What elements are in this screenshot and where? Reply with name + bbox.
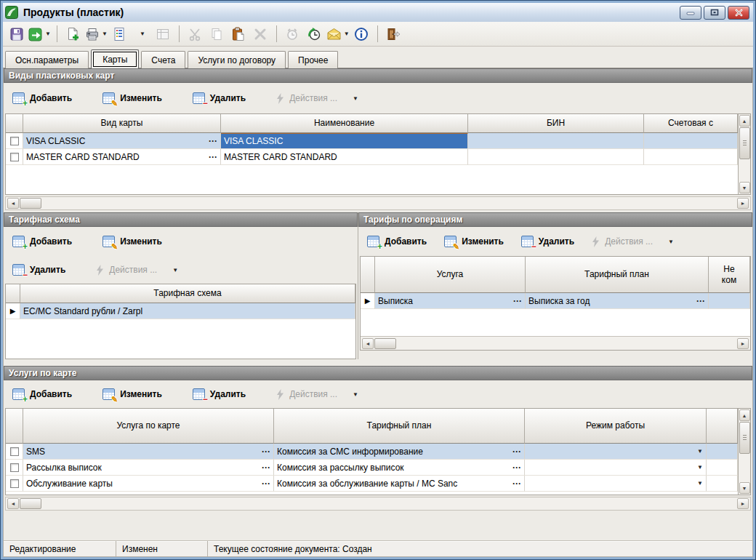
reminder-button[interactable] [283,24,302,44]
card-types-delete-button[interactable]: − Удалить [193,92,246,104]
history-button[interactable] [305,24,324,44]
cell-bin[interactable] [468,133,644,149]
actions-dropdown-caret[interactable]: ▼ [172,267,178,273]
cell-tariff-plan[interactable]: Комиссия за рассылку выписок··· [274,460,525,476]
tariff-scheme-actions-button[interactable]: Действия ... ▼ [96,265,178,276]
tariff-scheme-add-button[interactable]: + Добавить [12,236,72,247]
scrollbar-thumb[interactable] [20,198,41,209]
cell-card-type[interactable]: VISA CLASSIC··· [23,133,221,149]
delete-button[interactable] [251,24,270,44]
actions-dropdown-caret[interactable]: ▼ [353,95,358,102]
print-dropdown-caret[interactable]: ▼ [102,31,108,37]
cut-button[interactable] [185,24,205,44]
table-row[interactable]: SMS··· Комиссия за СМС информирование···… [6,444,738,460]
mail-dropdown-caret[interactable]: ▼ [344,31,350,37]
card-types-vertical-scrollbar[interactable]: ▲ ▼ [738,114,750,194]
column-header-tariff-plan[interactable]: Тарифный план [274,409,525,444]
cell-name[interactable]: MASTER CARD STANDARD [221,149,468,165]
cell-name-selected[interactable]: VISA CLASSIC [221,133,468,149]
table-view-button[interactable] [153,24,173,44]
operation-tariffs-edit-button[interactable]: ✎ Изменить [444,236,504,247]
report-button[interactable] [110,24,129,44]
column-header-truncated[interactable]: Не ком [709,257,750,293]
tab-main-params[interactable]: Осн.параметры [5,51,89,68]
close-button[interactable] [728,6,749,20]
scroll-up-button[interactable]: ▲ [739,409,750,421]
table-row[interactable]: VISA CLASSIC··· VISA CLASSIC [6,133,738,149]
column-header-tariff-scheme[interactable]: Тарифная схема [20,284,355,303]
minimize-button[interactable] [680,6,701,20]
column-header-account-scheme[interactable]: Счетовая с [644,114,738,133]
cell-tariff-plan[interactable]: Комиссия за СМС информирование··· [274,444,525,460]
cell-extra[interactable] [707,444,738,460]
column-header-service[interactable]: Услуга [375,257,526,293]
ellipsis-button[interactable]: ··· [260,479,270,488]
save-button[interactable] [7,24,26,44]
tab-accounts[interactable]: Счета [141,51,185,68]
scroll-down-button[interactable]: ▼ [739,482,750,494]
tariff-scheme-delete-button[interactable]: − Удалить [12,264,65,276]
scroll-up-button[interactable]: ▲ [739,115,750,127]
scroll-right-button[interactable]: ► [737,338,749,349]
scroll-left-button[interactable]: ◄ [7,498,19,509]
new-document-button[interactable] [63,24,83,44]
scrollbar-thumb[interactable] [374,338,396,349]
ellipsis-button[interactable]: ··· [694,297,705,305]
card-services-actions-button[interactable]: Действия ... ▼ [276,389,358,400]
checkbox-column-header[interactable] [6,114,23,133]
info-button[interactable] [352,24,371,44]
checkbox-column-header[interactable] [6,409,23,444]
column-header-card-type[interactable]: Вид карты [23,114,221,133]
column-header-name[interactable]: Наименование [221,114,468,133]
tariff-scheme-edit-button[interactable]: ✎ Изменить [102,236,162,247]
operation-tariffs-delete-button[interactable]: − Удалить [521,236,574,247]
card-services-vertical-scrollbar[interactable]: ▲ ▼ [738,409,750,495]
combo-dropdown-arrow[interactable]: ▼ [697,448,703,455]
copy-button[interactable] [207,24,227,44]
ellipsis-button[interactable]: ··· [260,463,270,472]
report-dropdown[interactable]: ▼ [132,24,151,44]
card-services-edit-button[interactable]: ✎ Изменить [102,388,162,400]
paste-button[interactable] [229,24,249,44]
table-row[interactable]: Обслуживание карты··· Комиссия за обслуж… [6,476,738,492]
post-export-dropdown-caret[interactable]: ▼ [45,31,51,37]
scroll-right-button[interactable]: ► [737,198,749,209]
ellipsis-button[interactable]: ··· [206,137,217,145]
table-row[interactable]: Рассылка выписок··· Комиссия за рассылку… [6,460,738,476]
combo-dropdown-arrow[interactable]: ▼ [697,480,703,487]
cell-service[interactable]: SMS··· [23,444,274,460]
table-row[interactable]: ▶ EC/MC Standard рубли / Zarpl [6,303,355,319]
cell-service[interactable]: Выписка··· [375,293,526,309]
actions-dropdown-caret[interactable]: ▼ [668,239,674,245]
ellipsis-button[interactable]: ··· [206,153,217,161]
cell-extra[interactable] [707,476,738,492]
actions-dropdown-caret[interactable]: ▼ [353,391,358,398]
cell-work-mode[interactable]: ▼ [525,476,707,492]
scroll-left-button[interactable]: ◄ [7,198,19,209]
cell-bin[interactable] [468,149,644,165]
ellipsis-button[interactable]: ··· [511,297,522,305]
operation-tariffs-horizontal-scrollbar[interactable]: ◄ ► [361,336,750,350]
card-types-horizontal-scrollbar[interactable]: ◄ ► [5,196,751,210]
combo-dropdown-arrow[interactable]: ▼ [697,464,703,471]
cell-tariff-plan[interactable]: Комиссия за обслуживание карты / MC Sanc… [274,476,525,492]
exit-button[interactable] [384,24,403,44]
post-export-button[interactable]: ▼ [28,24,51,44]
ellipsis-button[interactable]: ··· [510,479,521,488]
ellipsis-button[interactable]: ··· [510,447,521,456]
cell-extra[interactable] [707,460,738,476]
card-services-add-button[interactable]: + Добавить [12,388,72,400]
ellipsis-button[interactable]: ··· [510,463,521,472]
table-row[interactable]: ▶ Выписка··· Выписка за год··· [361,293,750,309]
scrollbar-thumb[interactable] [739,127,750,159]
card-services-horizontal-scrollbar[interactable]: ◄ ► [5,497,751,511]
restore-button[interactable] [704,6,725,20]
cell-work-mode[interactable]: ▼ [525,444,707,460]
column-header-card-service[interactable]: Услуга по карте [23,409,274,444]
cell-work-mode[interactable]: ▼ [525,460,707,476]
card-types-edit-button[interactable]: ✎ Изменить [102,92,162,104]
ellipsis-button[interactable]: ··· [260,447,270,456]
scroll-left-button[interactable]: ◄ [362,338,374,349]
cell-tariff-plan[interactable]: Выписка за год··· [526,293,709,309]
row-checkbox[interactable] [10,137,19,145]
